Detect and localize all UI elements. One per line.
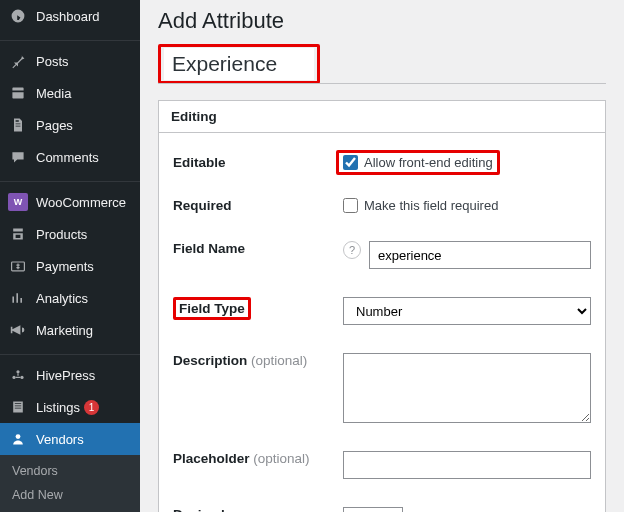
row-field-type: Field Type Number xyxy=(173,283,591,339)
sidebar-item-marketing[interactable]: Marketing xyxy=(0,314,140,346)
media-icon xyxy=(8,84,28,102)
sidebar-item-listings[interactable]: Listings 1 xyxy=(0,391,140,423)
submenu-item-categories[interactable]: Categories xyxy=(0,507,140,512)
sidebar-item-pages[interactable]: Pages xyxy=(0,109,140,141)
payments-icon xyxy=(8,257,28,275)
row-required: Required Make this field required xyxy=(173,184,591,227)
sidebar-item-label: Analytics xyxy=(36,291,88,306)
sidebar-item-label: Posts xyxy=(36,54,69,69)
sidebar-item-label: Media xyxy=(36,86,71,101)
sidebar-item-label: Vendors xyxy=(36,432,84,447)
editable-checkbox-label: Allow front-end editing xyxy=(364,155,493,170)
sidebar-item-posts[interactable]: Posts xyxy=(0,45,140,77)
sidebar-item-label: Dashboard xyxy=(36,9,100,24)
vendors-submenu: Vendors Add New Categories Attributes xyxy=(0,455,140,512)
sidebar-item-label: WooCommerce xyxy=(36,195,126,210)
row-description: Description (optional) xyxy=(173,339,591,437)
field-name-input[interactable] xyxy=(369,241,591,269)
menu-separator xyxy=(0,350,140,355)
sidebar-item-label: HivePress xyxy=(36,368,95,383)
woocommerce-icon: W xyxy=(8,193,28,211)
vendors-icon xyxy=(8,430,28,448)
label-required: Required xyxy=(173,198,343,213)
comments-icon xyxy=(8,148,28,166)
label-description: Description (optional) xyxy=(173,353,343,368)
row-decimals: Decimals xyxy=(173,493,591,512)
sidebar-item-comments[interactable]: Comments xyxy=(0,141,140,173)
analytics-icon xyxy=(8,289,28,307)
menu-separator xyxy=(0,177,140,182)
sidebar-item-label: Listings xyxy=(36,400,80,415)
dashboard-icon xyxy=(8,7,28,25)
label-editable: Editable xyxy=(173,155,343,170)
decimals-input[interactable] xyxy=(343,507,403,512)
editable-checkbox[interactable] xyxy=(343,155,358,170)
pin-icon xyxy=(8,52,28,70)
svg-point-1 xyxy=(16,370,19,373)
sidebar-item-vendors[interactable]: Vendors xyxy=(0,423,140,455)
sidebar-item-hivepress[interactable]: HivePress xyxy=(0,359,140,391)
sidebar-item-label: Pages xyxy=(36,118,73,133)
svg-point-2 xyxy=(12,376,15,379)
label-decimals: Decimals xyxy=(173,507,343,512)
label-placeholder: Placeholder (optional) xyxy=(173,451,343,466)
sidebar-item-label: Comments xyxy=(36,150,99,165)
label-field-name: Field Name xyxy=(173,241,343,256)
sidebar-item-label: Products xyxy=(36,227,87,242)
sidebar-item-products[interactable]: Products xyxy=(0,218,140,250)
row-editable: Editable Allow front-end editing xyxy=(173,141,591,184)
attribute-title-input[interactable] xyxy=(164,48,314,80)
svg-point-3 xyxy=(20,376,23,379)
required-checkbox[interactable] xyxy=(343,198,358,213)
hivepress-icon xyxy=(8,366,28,384)
sidebar-item-label: Marketing xyxy=(36,323,93,338)
meta-box-heading: Editing xyxy=(159,101,605,133)
label-field-type: Field Type xyxy=(173,297,343,320)
row-placeholder: Placeholder (optional) xyxy=(173,437,591,493)
help-icon[interactable]: ? xyxy=(343,241,361,259)
row-field-name: Field Name ? xyxy=(173,227,591,283)
menu-separator xyxy=(0,36,140,41)
field-type-select[interactable]: Number xyxy=(343,297,591,325)
submenu-item-add-new[interactable]: Add New xyxy=(0,483,140,507)
sidebar-item-media[interactable]: Media xyxy=(0,77,140,109)
badge-count: 1 xyxy=(84,400,99,415)
listings-icon xyxy=(8,398,28,416)
admin-sidebar: Dashboard Posts Media Pages Comments W W… xyxy=(0,0,140,512)
sidebar-item-woocommerce[interactable]: W WooCommerce xyxy=(0,186,140,218)
svg-point-4 xyxy=(16,434,21,439)
sidebar-item-analytics[interactable]: Analytics xyxy=(0,282,140,314)
sidebar-item-dashboard[interactable]: Dashboard xyxy=(0,0,140,32)
main-content: Add Attribute Editing Editable Allow fro… xyxy=(140,0,624,512)
megaphone-icon xyxy=(8,321,28,339)
sidebar-item-label: Payments xyxy=(36,259,94,274)
products-icon xyxy=(8,225,28,243)
description-textarea[interactable] xyxy=(343,353,591,423)
placeholder-input[interactable] xyxy=(343,451,591,479)
required-checkbox-label: Make this field required xyxy=(364,198,498,213)
editing-meta-box: Editing Editable Allow front-end editing… xyxy=(158,100,606,512)
pages-icon xyxy=(8,116,28,134)
sidebar-item-payments[interactable]: Payments xyxy=(0,250,140,282)
page-title: Add Attribute xyxy=(158,8,606,34)
submenu-item-vendors[interactable]: Vendors xyxy=(0,459,140,483)
